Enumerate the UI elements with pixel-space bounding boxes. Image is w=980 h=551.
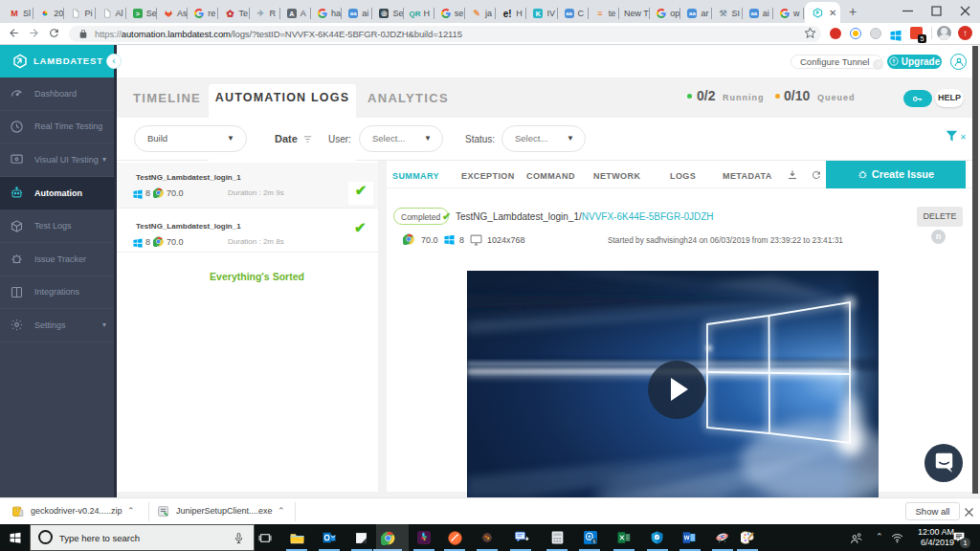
svg-text:6: 6 — [592, 540, 595, 544]
